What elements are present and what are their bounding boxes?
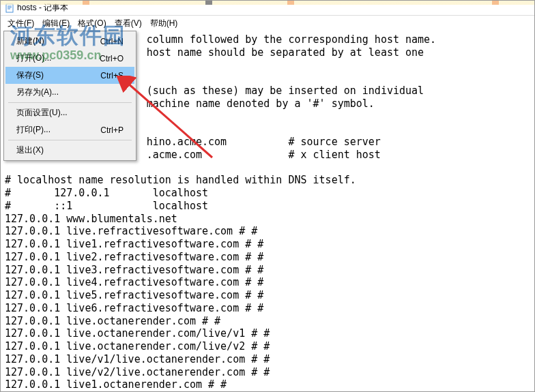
menu-item-label: 新建(N)	[16, 35, 44, 47]
menu-view[interactable]: 查看(V)	[111, 16, 146, 31]
svg-rect-0	[6, 4, 13, 12]
menu-item-label: 打印(P)...	[16, 124, 50, 136]
menu-item-print[interactable]: 打印(P)... Ctrl+P	[5, 121, 134, 138]
menu-item-shortcut: Ctrl+N	[100, 37, 124, 46]
menu-file[interactable]: 文件(F)	[3, 16, 38, 31]
menu-format[interactable]: 格式(O)	[74, 16, 110, 31]
menu-item-label: 页面设置(U)...	[16, 107, 68, 119]
menu-separator	[8, 140, 132, 140]
menu-separator	[8, 102, 132, 103]
menu-item-label: 打开(O)...	[16, 52, 51, 64]
menu-edit[interactable]: 编辑(E)	[38, 16, 74, 31]
menu-item-pagesetup[interactable]: 页面设置(U)...	[5, 104, 134, 121]
menu-item-label: 退出(X)	[16, 145, 44, 156]
menu-bar: 文件(F) 编辑(E) 格式(O) 查看(V) 帮助(H)	[1, 16, 534, 31]
menu-help[interactable]: 帮助(H)	[146, 16, 182, 31]
tab-strip-remnant	[1, 1, 534, 5]
menu-item-saveas[interactable]: 另存为(A)...	[5, 84, 134, 101]
menu-item-shortcut: Ctrl+O	[100, 54, 124, 63]
menu-item-label: 另存为(A)...	[16, 87, 59, 98]
menu-item-open[interactable]: 打开(O)... Ctrl+O	[5, 50, 134, 67]
file-menu-dropdown: 新建(N) Ctrl+N 打开(O)... Ctrl+O 保存(S) Ctrl+…	[3, 31, 136, 161]
menu-item-shortcut: Ctrl+S	[100, 71, 124, 80]
menu-item-shortcut: Ctrl+P	[100, 125, 124, 135]
menu-item-exit[interactable]: 退出(X)	[5, 142, 134, 159]
menu-item-label: 保存(S)	[16, 70, 44, 81]
menu-item-save[interactable]: 保存(S) Ctrl+S	[5, 67, 134, 84]
menu-item-new[interactable]: 新建(N) Ctrl+N	[5, 33, 134, 50]
